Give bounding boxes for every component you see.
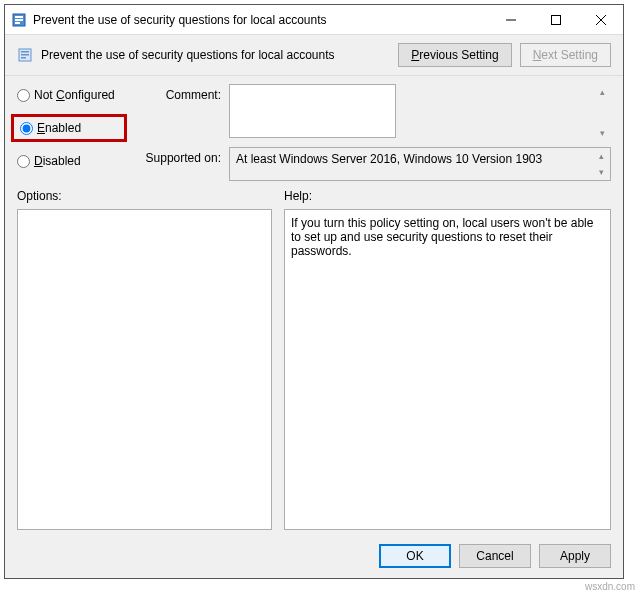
close-button[interactable] [578, 5, 623, 34]
apply-button[interactable]: Apply [539, 544, 611, 568]
supported-on-box: At least Windows Server 2016, Windows 10… [229, 147, 611, 181]
help-column: Help: If you turn this policy setting on… [284, 189, 611, 530]
button-bar: OK Cancel Apply [5, 534, 623, 578]
options-column: Options: [17, 189, 272, 530]
radio-enabled[interactable]: Enabled [11, 114, 127, 142]
cancel-button[interactable]: Cancel [459, 544, 531, 568]
top-section: Not Configured Enabled Disabled Comment:… [5, 76, 623, 181]
help-box: If you turn this policy setting on, loca… [284, 209, 611, 530]
bottom-section: Options: Help: If you turn this policy s… [5, 181, 623, 534]
options-box [17, 209, 272, 530]
policy-icon [11, 12, 27, 28]
window-title: Prevent the use of security questions fo… [33, 13, 488, 27]
comment-row: Comment: ▴ ▾ [139, 84, 611, 141]
svg-rect-2 [15, 19, 23, 21]
radio-disabled-input[interactable] [17, 155, 30, 168]
policy-icon [17, 47, 33, 63]
supported-row: Supported on: At least Windows Server 20… [139, 147, 611, 181]
svg-rect-10 [21, 54, 29, 56]
options-label: Options: [17, 189, 272, 203]
radio-label: Disabled [34, 154, 81, 168]
scroll-down-icon: ▾ [594, 165, 608, 179]
supported-label: Supported on: [139, 147, 221, 165]
minimize-button[interactable] [488, 5, 533, 34]
radio-enabled-input[interactable] [20, 122, 33, 135]
comment-textarea[interactable] [229, 84, 396, 138]
ok-button[interactable]: OK [379, 544, 451, 568]
svg-rect-11 [21, 57, 26, 59]
svg-rect-3 [15, 22, 20, 24]
window-controls [488, 5, 623, 34]
radio-label: Enabled [37, 121, 81, 135]
fields-column: Comment: ▴ ▾ Supported on: At least Wind… [139, 84, 611, 181]
radio-not-configured-input[interactable] [17, 89, 30, 102]
svg-rect-9 [21, 51, 29, 53]
dialog-window: Prevent the use of security questions fo… [4, 4, 624, 579]
scroll-up-icon[interactable]: ▴ [595, 85, 609, 99]
radio-disabled[interactable]: Disabled [17, 154, 127, 168]
watermark: wsxdn.com [585, 581, 635, 590]
svg-rect-1 [15, 16, 23, 18]
radio-label: Not Configured [34, 88, 115, 102]
scroll-down-icon[interactable]: ▾ [595, 126, 609, 140]
help-text: If you turn this policy setting on, loca… [291, 216, 593, 258]
scroll-up-icon: ▴ [594, 149, 608, 163]
previous-setting-button[interactable]: Previous Setting [398, 43, 511, 67]
radio-group: Not Configured Enabled Disabled [17, 84, 127, 181]
policy-title: Prevent the use of security questions fo… [41, 48, 390, 62]
toolbar: Prevent the use of security questions fo… [5, 35, 623, 76]
next-setting-button: Next Setting [520, 43, 611, 67]
titlebar: Prevent the use of security questions fo… [5, 5, 623, 35]
supported-on-text: At least Windows Server 2016, Windows 10… [236, 152, 542, 166]
help-label: Help: [284, 189, 611, 203]
svg-rect-5 [551, 15, 560, 24]
radio-not-configured[interactable]: Not Configured [17, 88, 127, 102]
maximize-button[interactable] [533, 5, 578, 34]
comment-label: Comment: [139, 84, 221, 102]
